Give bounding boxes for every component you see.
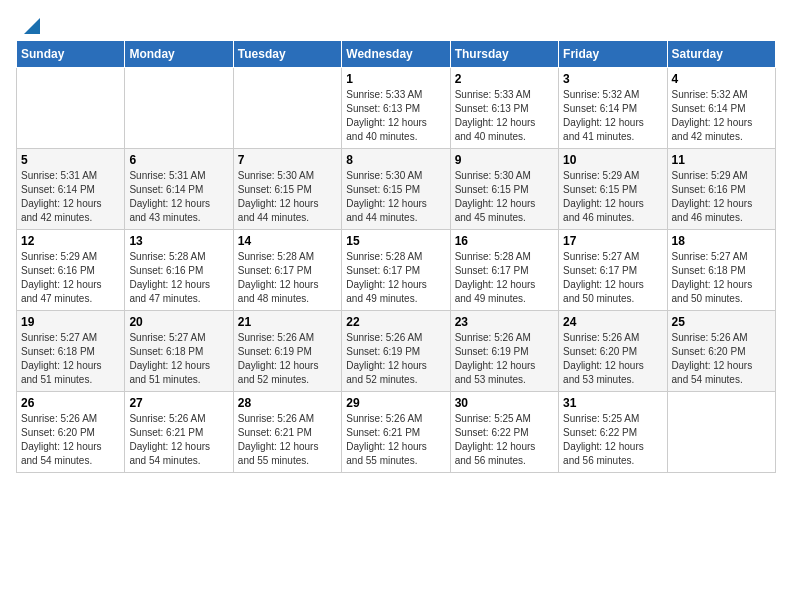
day-info: Sunrise: 5:29 AM Sunset: 6:15 PM Dayligh…	[563, 169, 662, 225]
day-of-week-header: Thursday	[450, 41, 558, 68]
calendar-cell: 25Sunrise: 5:26 AM Sunset: 6:20 PM Dayli…	[667, 311, 775, 392]
day-number: 5	[21, 153, 120, 167]
calendar-cell: 19Sunrise: 5:27 AM Sunset: 6:18 PM Dayli…	[17, 311, 125, 392]
calendar-cell: 30Sunrise: 5:25 AM Sunset: 6:22 PM Dayli…	[450, 392, 558, 473]
calendar-cell: 8Sunrise: 5:30 AM Sunset: 6:15 PM Daylig…	[342, 149, 450, 230]
calendar-week-row: 1Sunrise: 5:33 AM Sunset: 6:13 PM Daylig…	[17, 68, 776, 149]
day-info: Sunrise: 5:27 AM Sunset: 6:18 PM Dayligh…	[672, 250, 771, 306]
calendar-cell: 2Sunrise: 5:33 AM Sunset: 6:13 PM Daylig…	[450, 68, 558, 149]
calendar-cell: 24Sunrise: 5:26 AM Sunset: 6:20 PM Dayli…	[559, 311, 667, 392]
day-number: 19	[21, 315, 120, 329]
day-info: Sunrise: 5:28 AM Sunset: 6:17 PM Dayligh…	[346, 250, 445, 306]
day-info: Sunrise: 5:30 AM Sunset: 6:15 PM Dayligh…	[455, 169, 554, 225]
day-of-week-header: Friday	[559, 41, 667, 68]
calendar-cell: 18Sunrise: 5:27 AM Sunset: 6:18 PM Dayli…	[667, 230, 775, 311]
logo-icon	[18, 16, 40, 34]
day-info: Sunrise: 5:26 AM Sunset: 6:21 PM Dayligh…	[129, 412, 228, 468]
day-number: 25	[672, 315, 771, 329]
day-info: Sunrise: 5:27 AM Sunset: 6:17 PM Dayligh…	[563, 250, 662, 306]
calendar-cell: 31Sunrise: 5:25 AM Sunset: 6:22 PM Dayli…	[559, 392, 667, 473]
calendar-cell	[667, 392, 775, 473]
day-number: 15	[346, 234, 445, 248]
day-info: Sunrise: 5:25 AM Sunset: 6:22 PM Dayligh…	[455, 412, 554, 468]
day-info: Sunrise: 5:26 AM Sunset: 6:19 PM Dayligh…	[238, 331, 337, 387]
calendar-cell: 4Sunrise: 5:32 AM Sunset: 6:14 PM Daylig…	[667, 68, 775, 149]
calendar-cell: 17Sunrise: 5:27 AM Sunset: 6:17 PM Dayli…	[559, 230, 667, 311]
day-number: 14	[238, 234, 337, 248]
calendar-cell: 16Sunrise: 5:28 AM Sunset: 6:17 PM Dayli…	[450, 230, 558, 311]
day-number: 10	[563, 153, 662, 167]
calendar-table: SundayMondayTuesdayWednesdayThursdayFrid…	[16, 40, 776, 473]
day-info: Sunrise: 5:26 AM Sunset: 6:21 PM Dayligh…	[346, 412, 445, 468]
day-info: Sunrise: 5:27 AM Sunset: 6:18 PM Dayligh…	[21, 331, 120, 387]
calendar-cell: 28Sunrise: 5:26 AM Sunset: 6:21 PM Dayli…	[233, 392, 341, 473]
day-info: Sunrise: 5:26 AM Sunset: 6:19 PM Dayligh…	[455, 331, 554, 387]
day-number: 28	[238, 396, 337, 410]
calendar-cell: 20Sunrise: 5:27 AM Sunset: 6:18 PM Dayli…	[125, 311, 233, 392]
calendar-cell: 27Sunrise: 5:26 AM Sunset: 6:21 PM Dayli…	[125, 392, 233, 473]
svg-marker-0	[24, 18, 40, 34]
calendar-week-row: 12Sunrise: 5:29 AM Sunset: 6:16 PM Dayli…	[17, 230, 776, 311]
day-info: Sunrise: 5:31 AM Sunset: 6:14 PM Dayligh…	[21, 169, 120, 225]
calendar-cell: 10Sunrise: 5:29 AM Sunset: 6:15 PM Dayli…	[559, 149, 667, 230]
day-number: 23	[455, 315, 554, 329]
day-info: Sunrise: 5:26 AM Sunset: 6:20 PM Dayligh…	[563, 331, 662, 387]
day-info: Sunrise: 5:28 AM Sunset: 6:17 PM Dayligh…	[455, 250, 554, 306]
calendar-header-row: SundayMondayTuesdayWednesdayThursdayFrid…	[17, 41, 776, 68]
day-info: Sunrise: 5:31 AM Sunset: 6:14 PM Dayligh…	[129, 169, 228, 225]
day-number: 11	[672, 153, 771, 167]
day-number: 18	[672, 234, 771, 248]
calendar-cell: 12Sunrise: 5:29 AM Sunset: 6:16 PM Dayli…	[17, 230, 125, 311]
day-of-week-header: Tuesday	[233, 41, 341, 68]
day-number: 16	[455, 234, 554, 248]
day-info: Sunrise: 5:29 AM Sunset: 6:16 PM Dayligh…	[21, 250, 120, 306]
calendar-cell: 11Sunrise: 5:29 AM Sunset: 6:16 PM Dayli…	[667, 149, 775, 230]
calendar-cell: 23Sunrise: 5:26 AM Sunset: 6:19 PM Dayli…	[450, 311, 558, 392]
day-number: 1	[346, 72, 445, 86]
calendar-week-row: 5Sunrise: 5:31 AM Sunset: 6:14 PM Daylig…	[17, 149, 776, 230]
day-info: Sunrise: 5:26 AM Sunset: 6:21 PM Dayligh…	[238, 412, 337, 468]
day-info: Sunrise: 5:26 AM Sunset: 6:20 PM Dayligh…	[672, 331, 771, 387]
calendar-cell: 1Sunrise: 5:33 AM Sunset: 6:13 PM Daylig…	[342, 68, 450, 149]
day-number: 13	[129, 234, 228, 248]
day-number: 20	[129, 315, 228, 329]
day-info: Sunrise: 5:28 AM Sunset: 6:16 PM Dayligh…	[129, 250, 228, 306]
calendar-cell: 21Sunrise: 5:26 AM Sunset: 6:19 PM Dayli…	[233, 311, 341, 392]
calendar-week-row: 19Sunrise: 5:27 AM Sunset: 6:18 PM Dayli…	[17, 311, 776, 392]
calendar-cell	[17, 68, 125, 149]
day-number: 2	[455, 72, 554, 86]
day-number: 31	[563, 396, 662, 410]
calendar-cell: 6Sunrise: 5:31 AM Sunset: 6:14 PM Daylig…	[125, 149, 233, 230]
day-info: Sunrise: 5:32 AM Sunset: 6:14 PM Dayligh…	[563, 88, 662, 144]
day-info: Sunrise: 5:33 AM Sunset: 6:13 PM Dayligh…	[346, 88, 445, 144]
day-number: 4	[672, 72, 771, 86]
day-number: 6	[129, 153, 228, 167]
day-info: Sunrise: 5:30 AM Sunset: 6:15 PM Dayligh…	[238, 169, 337, 225]
day-info: Sunrise: 5:30 AM Sunset: 6:15 PM Dayligh…	[346, 169, 445, 225]
day-info: Sunrise: 5:26 AM Sunset: 6:19 PM Dayligh…	[346, 331, 445, 387]
day-number: 8	[346, 153, 445, 167]
calendar-cell: 22Sunrise: 5:26 AM Sunset: 6:19 PM Dayli…	[342, 311, 450, 392]
day-number: 7	[238, 153, 337, 167]
calendar-cell: 7Sunrise: 5:30 AM Sunset: 6:15 PM Daylig…	[233, 149, 341, 230]
day-number: 27	[129, 396, 228, 410]
calendar-cell: 29Sunrise: 5:26 AM Sunset: 6:21 PM Dayli…	[342, 392, 450, 473]
day-of-week-header: Sunday	[17, 41, 125, 68]
day-info: Sunrise: 5:29 AM Sunset: 6:16 PM Dayligh…	[672, 169, 771, 225]
day-number: 26	[21, 396, 120, 410]
day-of-week-header: Wednesday	[342, 41, 450, 68]
calendar-cell	[125, 68, 233, 149]
day-info: Sunrise: 5:28 AM Sunset: 6:17 PM Dayligh…	[238, 250, 337, 306]
day-of-week-header: Monday	[125, 41, 233, 68]
calendar-cell: 15Sunrise: 5:28 AM Sunset: 6:17 PM Dayli…	[342, 230, 450, 311]
calendar-cell: 3Sunrise: 5:32 AM Sunset: 6:14 PM Daylig…	[559, 68, 667, 149]
day-info: Sunrise: 5:32 AM Sunset: 6:14 PM Dayligh…	[672, 88, 771, 144]
day-number: 29	[346, 396, 445, 410]
day-number: 9	[455, 153, 554, 167]
day-info: Sunrise: 5:25 AM Sunset: 6:22 PM Dayligh…	[563, 412, 662, 468]
calendar-cell: 9Sunrise: 5:30 AM Sunset: 6:15 PM Daylig…	[450, 149, 558, 230]
calendar-cell: 26Sunrise: 5:26 AM Sunset: 6:20 PM Dayli…	[17, 392, 125, 473]
calendar-cell	[233, 68, 341, 149]
day-number: 24	[563, 315, 662, 329]
page-header	[16, 16, 776, 34]
